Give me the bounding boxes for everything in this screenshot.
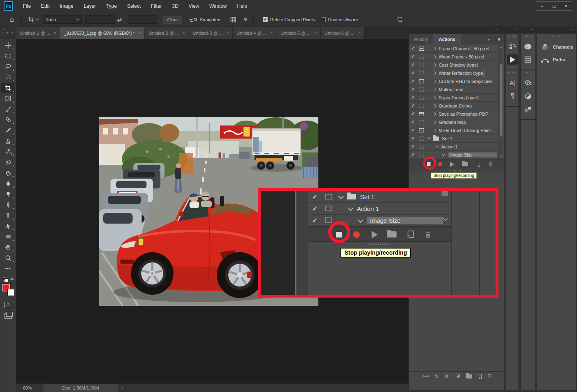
paths-panel-item[interactable]: Paths <box>537 54 576 66</box>
action-row[interactable]: ✓Custom RGB to Grayscale <box>409 77 498 85</box>
record-button[interactable] <box>353 231 360 238</box>
menu-image[interactable]: Image <box>60 3 73 9</box>
magic-wand-tool[interactable] <box>1 72 15 83</box>
dialog-toggle[interactable] <box>417 102 426 110</box>
close-icon[interactable]: × <box>270 31 273 35</box>
menu-filter[interactable]: Filter <box>151 3 162 9</box>
styles-panel-icon[interactable]: fx <box>523 104 533 114</box>
dodge-tool[interactable] <box>1 189 15 199</box>
tab-untitled-2[interactable]: Untitled-2 @ ...× <box>145 27 189 39</box>
swap-width-height-icon[interactable]: ⇄ <box>117 16 122 23</box>
include-checkbox[interactable]: ✓ <box>409 85 417 93</box>
eyedropper-tool[interactable] <box>1 104 15 114</box>
include-checkbox[interactable]: ✓ <box>409 134 417 142</box>
action-row[interactable]: ✓Sepia Toning (layer) <box>409 94 498 102</box>
toolbar-collapse-rail[interactable]: » <box>0 27 16 39</box>
dialog-toggle[interactable] <box>417 61 426 69</box>
expand-chevron-icon[interactable] <box>433 47 436 50</box>
quick-mask-button[interactable] <box>4 302 12 308</box>
include-checkbox[interactable]: ✓ <box>409 77 417 85</box>
swatches-panel-icon[interactable] <box>523 54 533 65</box>
menu-file[interactable]: File <box>23 3 31 9</box>
tab-9109633-active[interactable]: _9109633_1.jpg @ 60% (RGB/8*) *× <box>60 27 145 39</box>
expand-chevron-icon[interactable] <box>433 96 436 99</box>
minimize-button[interactable]: – <box>536 2 548 10</box>
type-tool[interactable]: T <box>1 210 15 221</box>
swap-colors-icon[interactable]: ⇆ <box>10 276 14 281</box>
crop-tool[interactable] <box>1 83 15 93</box>
delete-button[interactable] <box>488 160 494 168</box>
move-tool[interactable] <box>1 40 15 51</box>
eraser-tool[interactable] <box>1 157 15 168</box>
link-icon[interactable] <box>423 373 429 380</box>
tab-history[interactable]: History <box>409 34 433 45</box>
edit-toolbar-ellipsis[interactable]: ••• <box>1 263 15 274</box>
tab-untitled-4[interactable]: Untitled-4 @ ...× <box>233 27 277 39</box>
close-icon[interactable]: × <box>54 31 56 35</box>
collapse-chevron-icon[interactable] <box>442 152 445 156</box>
play-button[interactable] <box>450 162 454 167</box>
inset-action-row[interactable]: ✓ Action 1 <box>308 203 451 215</box>
collapse-chevron-icon[interactable] <box>435 144 439 148</box>
include-checkbox[interactable]: ✓ <box>409 61 417 69</box>
adjustments-panel-icon[interactable] <box>523 91 533 101</box>
aspect-ratio-select[interactable]: Ratio <box>43 15 82 24</box>
maximize-button[interactable]: □ <box>548 2 560 10</box>
screen-mode-button[interactable] <box>5 313 12 319</box>
straighten-icon[interactable] <box>189 16 197 23</box>
include-checkbox[interactable]: ✓ <box>409 53 417 60</box>
dialog-toggle[interactable] <box>322 203 336 214</box>
tab-untitled-3[interactable]: Untitled-3 @ ...× <box>189 27 233 39</box>
expand-chevron-icon[interactable] <box>433 104 436 107</box>
expand-chevron-icon[interactable] <box>433 87 436 91</box>
include-checkbox[interactable]: ✓ <box>308 203 322 214</box>
clone-stamp-tool[interactable] <box>1 136 15 146</box>
clear-button[interactable]: Clear <box>163 15 183 24</box>
content-aware-checkbox[interactable]: Content-Aware <box>321 17 358 22</box>
include-checkbox[interactable]: ✓ <box>409 45 417 52</box>
dialog-toggle[interactable] <box>417 53 426 60</box>
expand-chevron-icon[interactable] <box>433 55 436 58</box>
home-icon[interactable]: ⌂ <box>6 15 18 24</box>
close-icon[interactable]: × <box>358 31 361 35</box>
dialog-toggle[interactable] <box>417 126 426 134</box>
close-icon[interactable]: × <box>139 31 141 35</box>
crop-tool-preset-icon[interactable] <box>27 16 38 23</box>
scrollbar[interactable] <box>498 45 503 159</box>
reset-tool-icon[interactable] <box>397 16 403 23</box>
delete-layer-icon[interactable] <box>487 373 493 381</box>
delete-button[interactable] <box>424 230 432 240</box>
command-row-selected[interactable]: ✓Image Size <box>409 151 498 159</box>
brush-tool[interactable] <box>1 125 15 136</box>
menu-edit[interactable]: Edit <box>41 3 50 9</box>
expand-chevron-icon[interactable] <box>433 128 436 132</box>
record-button[interactable] <box>438 162 442 166</box>
dialog-toggle[interactable] <box>417 85 426 93</box>
status-chevron-icon[interactable]: › <box>122 385 124 390</box>
color-panel-icon[interactable] <box>523 41 533 52</box>
blur-tool[interactable] <box>1 178 15 189</box>
dialog-toggle[interactable] <box>417 118 426 126</box>
adjustment-layer-icon[interactable] <box>455 373 461 380</box>
menu-view[interactable]: View <box>189 3 199 9</box>
action-row[interactable]: ✓Gradient Map <box>409 118 498 126</box>
hand-tool[interactable] <box>1 242 15 253</box>
include-checkbox[interactable]: ✓ <box>308 191 322 202</box>
close-icon[interactable]: × <box>183 31 185 35</box>
layer-mask-icon[interactable] <box>444 373 450 380</box>
inset-command-row-selected[interactable]: ✓ Image Size <box>308 215 451 226</box>
expand-chevron-icon[interactable] <box>433 79 436 83</box>
action-row[interactable]: ✓Molten Lead <box>409 85 498 94</box>
dialog-toggle[interactable] <box>417 151 426 159</box>
zoom-level[interactable]: 60% <box>23 385 32 390</box>
action-item-row[interactable]: ✓Action 1 <box>409 143 498 151</box>
panel-divider[interactable] <box>409 169 504 172</box>
action-row[interactable]: ✓Wood Frame - 50 pixel <box>409 53 498 61</box>
dialog-toggle[interactable] <box>417 69 426 77</box>
new-action-button[interactable] <box>476 162 480 167</box>
menu-layer[interactable]: Layer <box>83 3 96 9</box>
pen-tool[interactable] <box>1 199 15 210</box>
menu-window[interactable]: Window <box>210 3 227 9</box>
frame-tool[interactable] <box>1 93 15 104</box>
scroll-up-icon[interactable] <box>500 47 503 49</box>
